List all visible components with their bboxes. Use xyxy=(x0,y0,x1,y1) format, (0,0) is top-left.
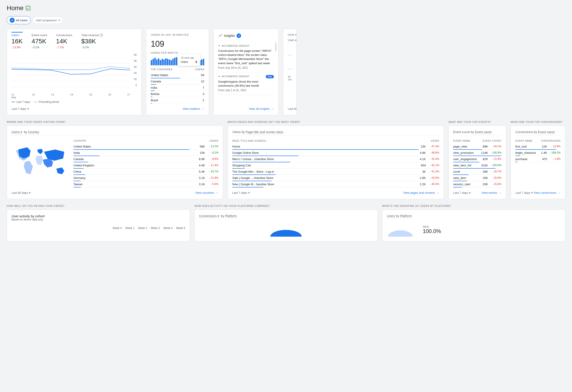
table-row[interactable]: United States 58K ↑ 13.2% xyxy=(73,143,218,150)
realtime-card: USERS IN LAST 30 MINUTES 109 USERS PER M… xyxy=(146,29,209,115)
svg-point-7 xyxy=(388,230,413,237)
view-all-insights-link[interactable]: View all insights → xyxy=(249,107,274,110)
table-row[interactable]: Google Online Store 4.6K ↓ 48.8% xyxy=(232,150,439,156)
metric-tab-total-revenue[interactable]: Total revenue ? $38K ↑ 5.2% xyxy=(81,33,103,49)
table-row[interactable]: session_start 20K ↓ 15.5% xyxy=(453,181,501,187)
table-row[interactable]: India 13K ↑ 8.2% xyxy=(73,150,218,156)
arrow-right-icon: → xyxy=(201,107,204,110)
view-events-link[interactable]: View events → xyxy=(481,191,501,195)
date-range-selector[interactable]: Last 60 days ▾ xyxy=(12,191,31,195)
table-row[interactable]: India7 xyxy=(151,85,204,91)
plus-icon: + xyxy=(58,18,60,22)
table-row[interactable]: Sale | Google …chandise Store 2.8K ↓ 53.… xyxy=(232,175,439,181)
sparkle-icon: ✦ xyxy=(218,75,220,78)
table-row[interactable]: The Google Mer…Store - Log In 3K ↓ 51.3% xyxy=(232,169,439,175)
table-row[interactable]: begin_checkout 1.4K ↑ 168.2% xyxy=(515,150,560,156)
geo-metric-dropdown[interactable]: Users ▾ xyxy=(12,130,22,134)
legend-current: Last 7 days xyxy=(12,100,30,104)
table-row[interactable]: China 5.3K ↑ 33.7% xyxy=(73,169,218,175)
table-row[interactable]: user_engagement 62K ↓ 21.6% xyxy=(453,156,501,162)
view-conversions-link[interactable]: View conversions → xyxy=(534,191,560,195)
table-row[interactable]: United Kingdom 4.4K ↓ 11.4% xyxy=(73,162,218,169)
metric-tab-event-count[interactable]: Event count 475K ↑ 0.1% xyxy=(32,33,47,49)
legend-preceding: Preceding period xyxy=(34,100,59,104)
page-title: Home xyxy=(7,4,565,12)
activity-card-peek: HOW ARE A User ac 20Jun Last 60 xyxy=(283,29,297,115)
view-countries-link[interactable]: View countries → xyxy=(195,191,218,195)
table-row[interactable]: United States58 xyxy=(151,72,204,78)
metric-tab-conversions[interactable]: Conversions 14K ↓ 7.1% xyxy=(56,33,72,49)
insights-card: Insights 4 ✦ AUTOMATED INSIGHT Conversio… xyxy=(213,29,279,115)
table-row[interactable]: view_promotion 114K ↑ 145.9% xyxy=(453,150,501,156)
table-row[interactable]: Germany 3.1K ↓ 21.9% xyxy=(73,175,218,181)
report-icon xyxy=(26,6,30,10)
date-range-selector[interactable]: Last 7 days ▾ xyxy=(232,191,250,195)
table-row[interactable]: view_item_list 101K ↑ 183.9% xyxy=(453,162,501,169)
view-realtime-link[interactable]: View realtime → xyxy=(182,107,204,110)
table-row[interactable]: Bolivia3 xyxy=(151,91,204,97)
insight-item[interactable]: ✦ AUTOMATED INSIGHT Conversions for the … xyxy=(218,42,274,72)
table-row[interactable]: Home 13K ↓ 47.4% xyxy=(232,143,439,150)
segment-chip-all-users[interactable]: A All Users xyxy=(7,16,31,24)
realtime-tooltip: 18 mins ago Users8 xyxy=(178,54,200,66)
svg-point-5 xyxy=(221,34,222,35)
date-range-selector[interactable]: Last 7 days ▾ xyxy=(515,191,533,195)
new-badge: New xyxy=(266,75,274,78)
insight-item[interactable]: New ✦ AUTOMATED INSIGHT Google/organic d… xyxy=(218,72,274,95)
insights-icon xyxy=(218,34,222,38)
grouping-card: Users by Platform WEB 100.0% xyxy=(382,210,565,241)
table-row[interactable]: New | Google M…handise Store 2.2K ↓ 49.3… xyxy=(232,181,439,187)
view-pages-link[interactable]: View pages and screens → xyxy=(403,191,439,195)
help-icon[interactable]: ? xyxy=(100,34,103,37)
geo-card: Users ▾ by Country COUNTRYUSERS United S… xyxy=(7,125,223,199)
platform-metric-dropdown[interactable]: Conversions ▾ xyxy=(199,214,219,218)
table-row[interactable]: Taiwan 3.1K ↓ 5.6% xyxy=(73,181,218,187)
svg-point-6 xyxy=(270,230,302,237)
pages-card: Views by Page title and screen class PAG… xyxy=(228,125,444,199)
date-range-selector[interactable]: Last 60 xyxy=(288,107,297,110)
table-row[interactable]: Canada 6.8K ↓ 9.8% xyxy=(73,156,218,162)
table-row[interactable]: scroll 36K ↓ 20.7% xyxy=(453,169,501,175)
table-row[interactable]: Men's / Unisex…chandise Store 4.1K ↓ 52.… xyxy=(232,156,439,162)
table-row[interactable]: Brazil2 xyxy=(151,97,204,104)
date-range-selector[interactable]: Last 7 days ▾ xyxy=(12,107,29,110)
table-row[interactable]: page_view 69K ↓ 54.1% xyxy=(453,143,501,150)
add-comparison-button[interactable]: Add comparison + xyxy=(33,17,63,24)
table-row[interactable]: Canada10 xyxy=(151,78,204,85)
chevron-down-icon: ▾ xyxy=(27,107,29,110)
realtime-header: USERS IN LAST 30 MINUTES xyxy=(151,33,204,36)
table-row[interactable]: first_visit 12K ↓ 13.6% xyxy=(515,143,560,150)
table-row[interactable]: Shopping Cart 834 ↓ 92.1% xyxy=(232,162,439,169)
table-row[interactable]: purchase 475 ↓ 1.9% xyxy=(515,156,560,162)
table-row[interactable]: view_item 33K ↓ 20.6% xyxy=(453,175,501,181)
sparkle-icon: ✦ xyxy=(218,44,220,47)
date-range-selector[interactable]: Last 7 days ▾ xyxy=(453,191,471,195)
scrollbar[interactable] xyxy=(275,43,277,51)
cohort-card: User activity by cohort Based on device … xyxy=(7,210,190,241)
arrow-right-icon: → xyxy=(271,107,274,110)
overview-metrics-card: Users 16K ↓ 13.5%Event count 475K ↑ 0.1%… xyxy=(7,29,142,115)
conversions-card: Conversions by Event name EVENT NAMECONV… xyxy=(511,125,565,199)
metric-tab-users[interactable]: Users 16K ↓ 13.5% xyxy=(12,33,23,49)
segment-letter-icon: A xyxy=(10,18,15,23)
events-card: Event count by Event name EVENT NAMEEVEN… xyxy=(448,125,506,199)
platform-card: Conversions ▾ by Platform xyxy=(194,210,378,241)
insights-count-badge: 4 xyxy=(237,33,241,38)
world-map[interactable] xyxy=(12,139,70,180)
realtime-count: 109 xyxy=(151,39,204,49)
